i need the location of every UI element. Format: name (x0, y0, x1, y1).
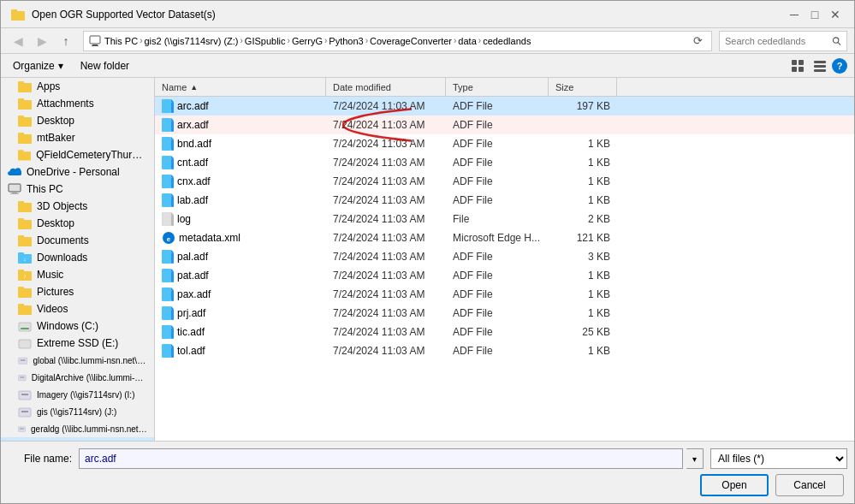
file-size-tol: 1 KB (549, 343, 617, 359)
file-list-container: arc.adf 7/24/2024 11:03 AM ADF File 197 … (155, 97, 854, 441)
open-button[interactable]: Open (700, 474, 769, 496)
sidebar-item-music[interactable]: ♪ Music (1, 266, 154, 283)
sidebar-item-apps[interactable]: Apps (1, 78, 154, 95)
sidebar-item-desktop[interactable]: Desktop (1, 112, 154, 129)
adf-file-icon (162, 288, 174, 301)
folder-icon (18, 234, 32, 246)
close-button[interactable]: ✕ (827, 6, 844, 23)
file-type-tic: ADF File (446, 324, 549, 340)
dialog-window: Open OGR Supported Vector Dataset(s) ─ □… (0, 0, 855, 504)
svg-marker-59 (171, 99, 174, 102)
sidebar-item-digitalarchiveh[interactable]: DigitalArchive (\\libc.lummi-nsn.net\LIB… (1, 369, 154, 386)
sidebar-item-geraldgp[interactable]: geraldg (\\libc.lummi-nsn.net\LIBCDFS\Pe… (1, 420, 154, 437)
search-input[interactable] (725, 36, 832, 46)
sidebar-item-pictures[interactable]: Pictures (1, 283, 154, 300)
svg-rect-61 (162, 118, 171, 132)
filetype-select[interactable]: All files (*) (710, 448, 847, 469)
organize-button[interactable]: Organize ▾ (8, 58, 68, 74)
filename-input-wrap: ▾ (79, 448, 704, 469)
sidebar: Apps Attachments Desktop (1, 78, 155, 441)
file-name-arc: arc.adf (155, 98, 326, 115)
new-folder-button[interactable]: New folder (75, 58, 134, 74)
svg-rect-66 (171, 139, 174, 151)
adf-file-icon (162, 137, 174, 151)
file-row-pal-adf[interactable]: pal.adf 7/24/2024 11:03 AM ADF File 3 KB (155, 247, 854, 266)
sidebar-item-windowsc[interactable]: Windows (C:) (1, 317, 154, 335)
filename-row: File name: ▾ All files (*) (8, 448, 847, 469)
address-bar[interactable]: This PC › gis2 (\\gis7114srv) (Z:) › GIS… (83, 31, 712, 51)
svg-text:e: e (167, 235, 171, 243)
file-row-arc-adf[interactable]: arc.adf 7/24/2024 11:03 AM ADF File 197 … (155, 97, 854, 116)
svg-point-5 (833, 37, 838, 42)
new-folder-label: New folder (80, 60, 129, 72)
file-row-arx-adf[interactable]: arx.adf 7/24/2024 11:03 AM ADF File (155, 116, 854, 134)
svg-rect-11 (814, 61, 826, 63)
maximize-button[interactable]: □ (806, 6, 823, 23)
address-toolbar: ◀ ▶ ↑ This PC › gis2 (\\gis7114srv) (Z:)… (1, 28, 854, 54)
file-row-log[interactable]: log 7/24/2024 11:03 AM File 2 KB (155, 210, 854, 228)
svg-rect-24 (9, 184, 21, 192)
sidebar-item-desktop2[interactable]: Desktop (1, 215, 154, 232)
sidebar-attachments-label: Attachments (37, 98, 94, 110)
sidebar-item-thispc[interactable]: This PC (1, 181, 154, 198)
col-header-name[interactable]: Name ▲ (155, 78, 326, 96)
file-row-pax-adf[interactable]: pax.adf 7/24/2024 11:03 AM ADF File 1 KB (155, 285, 854, 304)
svg-marker-94 (171, 325, 174, 328)
file-type-cnx: ADF File (446, 174, 549, 189)
svg-marker-62 (171, 118, 174, 121)
minimize-button[interactable]: ─ (786, 6, 803, 23)
file-row-pat-adf[interactable]: pat.adf 7/24/2024 11:03 AM ADF File 1 KB (155, 266, 854, 285)
up-button[interactable]: ↑ (56, 31, 76, 51)
help-button[interactable]: ? (832, 58, 847, 74)
cloud-icon (8, 167, 21, 177)
file-type-arc: ADF File (446, 98, 549, 114)
file-row-cnt-adf[interactable]: cnt.adf 7/24/2024 11:03 AM ADF File 1 KB (155, 153, 854, 172)
col-header-size[interactable]: Size (549, 78, 617, 96)
filename-dropdown-button[interactable]: ▾ (686, 448, 704, 469)
file-date-lab: 7/24/2024 11:03 AM (326, 193, 446, 208)
sidebar-item-mtbaker[interactable]: mtBaker (1, 129, 154, 146)
file-date-arx: 7/24/2024 11:03 AM (326, 117, 446, 133)
file-row-tol-adf[interactable]: tol.adf 7/24/2024 11:03 AM ADF File 1 KB (155, 341, 854, 360)
svg-rect-21 (18, 133, 24, 135)
sidebar-item-globalg[interactable]: global (\\libc.lummi-nsn.net\LIBCDFS) (G… (1, 352, 154, 369)
sidebar-item-imageryi[interactable]: Imagery (\\gis7114srv) (I:) (1, 386, 154, 403)
sidebar-item-attachments[interactable]: Attachments (1, 95, 154, 112)
sidebar-item-qfield[interactable]: QFieldCemeteryThursday (1, 146, 154, 163)
net-drive-j-icon (18, 406, 32, 418)
forward-button[interactable]: ▶ (32, 31, 52, 51)
file-type-log: File (446, 211, 549, 227)
file-row-bnd-adf[interactable]: bnd.adf 7/24/2024 11:03 AM ADF File 1 KB (155, 134, 854, 153)
file-row-metadata-xml[interactable]: e metadata.xml 7/24/2024 11:03 AM Micros… (155, 228, 854, 247)
file-row-cnx-adf[interactable]: cnx.adf 7/24/2024 11:03 AM ADF File 1 KB (155, 172, 854, 191)
filename-label: File name: (8, 453, 72, 465)
file-name-pal: pal.adf (155, 248, 326, 265)
sidebar-item-extremessd[interactable]: Extreme SSD (E:) (1, 335, 154, 352)
col-header-type[interactable]: Type (446, 78, 549, 96)
file-row-lab-adf[interactable]: lab.adf 7/24/2024 11:03 AM ADF File 1 KB (155, 191, 854, 210)
sidebar-item-onedrive[interactable]: OneDrive - Personal (1, 163, 154, 181)
dialog-icon (11, 8, 25, 21)
view-options-button[interactable] (787, 56, 808, 75)
sidebar-item-videos[interactable]: Videos (1, 300, 154, 317)
sidebar-item-gisj[interactable]: gis (\\gis7114srv) (J:) (1, 403, 154, 420)
folder-icon (18, 200, 32, 212)
svg-rect-0 (11, 11, 25, 21)
cancel-button[interactable]: Cancel (775, 474, 844, 496)
svg-rect-95 (171, 328, 174, 339)
sidebar-item-3dobjects[interactable]: 3D Objects (1, 198, 154, 215)
file-row-prj-adf[interactable]: prj.adf 7/24/2024 11:03 AM ADF File 1 KB (155, 304, 854, 323)
svg-rect-15 (18, 81, 24, 84)
sidebar-item-documents[interactable]: Documents (1, 232, 154, 249)
file-row-tic-adf[interactable]: tic.adf 7/24/2024 11:03 AM ADF File 25 K… (155, 323, 854, 341)
file-type-pat: ADF File (446, 268, 549, 283)
filename-input[interactable] (79, 448, 683, 469)
back-button[interactable]: ◀ (8, 31, 28, 51)
folder-icon (18, 217, 32, 229)
col-header-date[interactable]: Date modified (326, 78, 446, 96)
view-toggle-button[interactable] (810, 56, 830, 75)
refresh-button[interactable]: ⟳ (689, 33, 706, 50)
svg-marker-88 (171, 288, 174, 290)
sidebar-item-downloads[interactable]: ↓ Downloads (1, 249, 154, 266)
folder-icon (18, 115, 32, 127)
